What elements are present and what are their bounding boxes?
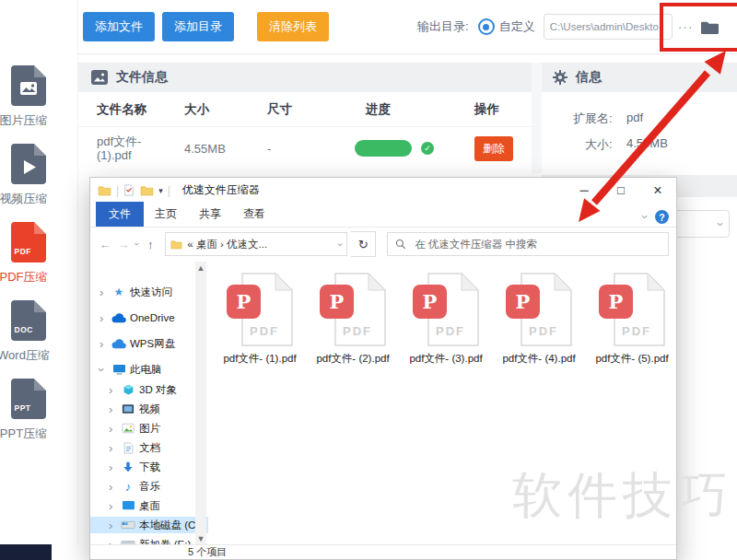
sidebar-item-word-compress[interactable]: DOC Word压缩	[0, 299, 77, 364]
clear-list-button[interactable]: 清除列表	[257, 12, 329, 41]
file-item-2[interactable]: P PDF pdf文件- (2).pdf	[309, 273, 397, 545]
custom-radio[interactable]	[478, 18, 495, 35]
file-name: pdf文件- (5).pdf	[595, 352, 668, 366]
refresh-button[interactable]: ↻	[351, 231, 376, 257]
disk-c-icon	[120, 520, 136, 530]
pdf-badge-icon: P	[599, 285, 633, 319]
tree-label: 此电脑	[130, 363, 162, 377]
tab-file[interactable]: 文件	[96, 202, 144, 227]
chevron-right-icon[interactable]: ›	[109, 481, 112, 493]
image-compress-icon	[8, 64, 49, 107]
chevron-right-icon[interactable]: ›	[109, 461, 112, 473]
tree-label: 3D 对象	[139, 383, 177, 397]
tree-scrollbar[interactable]: ▲ ▼	[195, 262, 206, 545]
sidebar-label: PPT压缩	[0, 426, 47, 442]
tab-view[interactable]: 查看	[232, 202, 276, 227]
output-path-input[interactable]	[544, 14, 673, 40]
file-item-5[interactable]: P PDF pdf文件- (5).pdf	[588, 273, 676, 545]
chevron-right-icon[interactable]: ›	[99, 338, 103, 350]
video-compress-icon	[8, 143, 49, 185]
sidebar-item-pdf-compress[interactable]: PDF PDF压缩	[0, 221, 77, 286]
progress-bar	[355, 140, 412, 157]
col-dims: 尺寸	[267, 101, 355, 118]
tree-item-3d-objects[interactable]: › 3D 对象	[90, 381, 208, 398]
computer-icon	[111, 364, 127, 376]
file-name-cell: pdf文件-(1).pdf	[97, 134, 158, 162]
chevron-right-icon[interactable]: ›	[99, 312, 103, 324]
search-input[interactable]	[413, 238, 661, 251]
sidebar-item-video-compress[interactable]: 视频压缩	[0, 143, 77, 207]
cube-icon	[120, 384, 136, 396]
delete-button[interactable]: 删除	[474, 136, 513, 161]
explorer-files: P PDF pdf文件- (1).pdf P PDF pdf文件- (2).pd…	[208, 262, 676, 545]
col-progress: 进度	[355, 101, 474, 118]
chevron-right-icon[interactable]: ›	[109, 442, 112, 454]
tree-label: 快速访问	[130, 286, 172, 299]
sidebar-item-ppt-compress[interactable]: PPT PPT压缩	[0, 378, 77, 442]
sidebar-label: 视频压缩	[0, 191, 48, 207]
up-icon[interactable]: ↑	[143, 238, 158, 251]
tab-share[interactable]: 共享	[188, 202, 232, 227]
check-circle-icon: ✓	[421, 142, 434, 155]
tree-item-pictures[interactable]: › 图片	[90, 420, 208, 437]
ribbon-collapse-icon[interactable]: ›	[638, 215, 650, 218]
tree-item-quick-access[interactable]: › ★ 快速访问	[90, 284, 208, 300]
close-button[interactable]: ×	[639, 178, 676, 203]
tree-item-documents[interactable]: › 文档	[90, 439, 208, 456]
search-box[interactable]	[387, 232, 669, 256]
chevron-right-icon[interactable]: ›	[109, 500, 112, 512]
tree-item-local-disk-c[interactable]: › 本地磁盘 (C:	[90, 517, 208, 533]
ppt-compress-icon: PPT	[8, 378, 49, 420]
chevron-right-icon[interactable]: ›	[109, 384, 112, 396]
add-file-button[interactable]: 添加文件	[83, 12, 155, 41]
pdf-badge: PDF	[15, 247, 32, 256]
more-options-ellipsis[interactable]: ···	[678, 19, 694, 34]
recent-locations-icon[interactable]: ›	[132, 242, 141, 245]
taskbar-corner	[0, 544, 52, 560]
tree-item-downloads[interactable]: › 下载	[90, 459, 208, 475]
tree-item-onedrive[interactable]: › OneDrive	[90, 309, 208, 326]
toolbar-menu-arrow-icon[interactable]: ▾	[158, 186, 163, 195]
chevron-expanded-icon[interactable]: ›	[96, 368, 108, 371]
panel-divider	[532, 63, 542, 173]
chevron-right-icon[interactable]: ›	[109, 403, 112, 415]
address-dropdown-icon[interactable]: ›	[335, 242, 345, 246]
tree-item-this-pc[interactable]: › 此电脑	[90, 361, 208, 378]
tree-item-music[interactable]: › ♪ 音乐	[90, 478, 208, 495]
chevron-right-icon[interactable]: ›	[109, 423, 112, 435]
chevron-down-icon: ›	[714, 222, 726, 226]
breadcrumb[interactable]: « 桌面 › 优速文... ›	[165, 232, 347, 256]
scroll-down-icon[interactable]: ▼	[197, 532, 205, 545]
sidebar-item-image-compress[interactable]: 图片压缩	[0, 64, 77, 129]
info-title: 信息	[576, 69, 602, 86]
explorer-titlebar[interactable]: | ▾ | 优速文件压缩器 ─ □ ×	[90, 178, 676, 203]
tree-item-desktop[interactable]: › 桌面	[90, 497, 208, 514]
pdf-file-icon: P PDF	[413, 273, 479, 346]
options-dropdown[interactable]: ›	[673, 210, 730, 238]
file-item-4[interactable]: P PDF pdf文件- (4).pdf	[495, 273, 583, 545]
file-item-1[interactable]: P PDF pdf文件- (1).pdf	[216, 273, 304, 545]
pdf-badge-icon: P	[227, 285, 261, 319]
tree-item-videos[interactable]: › 视频	[90, 401, 208, 417]
file-size-cell: 4.55MB	[184, 142, 267, 156]
properties-icon[interactable]	[123, 184, 135, 196]
tree-item-wps-cloud[interactable]: › WPS网盘	[90, 335, 208, 352]
minimize-button[interactable]: ─	[566, 178, 602, 203]
tree-label: 下载	[139, 461, 160, 474]
file-item-3[interactable]: P PDF pdf文件- (3).pdf	[402, 273, 490, 545]
folder-icon[interactable]	[700, 19, 719, 35]
explorer-ribbon: 文件 主页 共享 查看 › ?	[90, 203, 676, 228]
tab-home[interactable]: 主页	[144, 202, 188, 227]
back-icon[interactable]: ←	[98, 238, 112, 251]
add-directory-button[interactable]: 添加目录	[162, 12, 234, 41]
file-name: pdf文件- (4).pdf	[502, 352, 575, 366]
ppt-badge: PPT	[15, 403, 31, 413]
chevron-right-icon[interactable]: ›	[99, 286, 103, 298]
file-name: pdf文件- (1).pdf	[223, 352, 296, 366]
new-folder-icon[interactable]	[140, 185, 154, 196]
help-icon[interactable]: ?	[655, 210, 669, 224]
maximize-button[interactable]: □	[602, 178, 639, 203]
scroll-up-icon[interactable]: ▲	[197, 262, 205, 274]
forward-icon[interactable]: →	[116, 238, 131, 251]
chevron-right-icon[interactable]: ›	[109, 519, 112, 531]
